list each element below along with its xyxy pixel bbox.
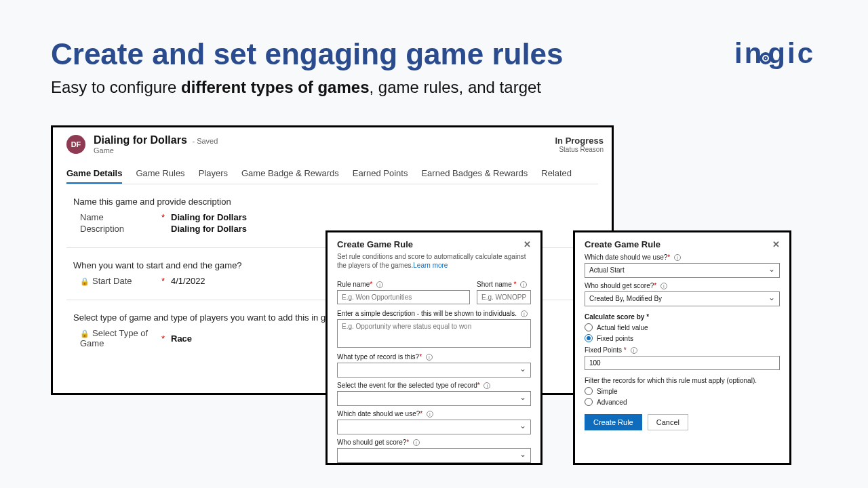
dialog-description: Set rule conditions and score to automat… xyxy=(337,252,531,270)
fixed-points-input[interactable] xyxy=(585,356,780,370)
info-icon[interactable]: i xyxy=(660,283,667,289)
slide-subtitle: Easy to configure different types of gam… xyxy=(51,78,541,97)
status-value: In Progress xyxy=(555,136,604,146)
cancel-button[interactable]: Cancel xyxy=(648,414,688,430)
tab-badge-rewards[interactable]: Game Badge & Rewards xyxy=(241,164,339,184)
label-calc-by: Calculate score by xyxy=(585,313,646,321)
info-icon[interactable]: i xyxy=(426,354,433,361)
score-who-select[interactable]: Created By, Modified By xyxy=(585,291,780,306)
label-filter: Filter the records for which this rule m… xyxy=(585,377,780,384)
label-score: Who should get score? xyxy=(337,439,406,446)
radio-simple[interactable]: Simple xyxy=(585,387,780,395)
record-title: Dialing for Dollars xyxy=(94,134,187,146)
value-name[interactable]: Dialing for Dollars xyxy=(171,212,598,222)
label-date: Which date should we use? xyxy=(337,410,420,418)
date-select[interactable] xyxy=(337,420,531,434)
tab-earned-badges[interactable]: Earned Badges & Rewards xyxy=(421,164,528,184)
label-start-date: 🔒Start Date xyxy=(80,276,161,286)
tab-game-details[interactable]: Game Details xyxy=(66,164,122,184)
radio-actual-value[interactable]: Actual field value xyxy=(585,323,780,331)
create-rule-dialog-2: Create Game Rule ✕ Which date should we … xyxy=(573,230,791,465)
label-record-type: What type of record is this? xyxy=(337,353,419,361)
dialog-title: Create Game Rule xyxy=(337,239,413,249)
label-date-use: Which date should we use? xyxy=(585,253,667,261)
required-icon: * xyxy=(161,212,171,222)
tab-bar: Game Details Game Rules Players Game Bad… xyxy=(66,164,598,184)
info-icon[interactable]: i xyxy=(413,439,420,446)
tab-related[interactable]: Related xyxy=(541,164,572,184)
label-short-name: Short name xyxy=(477,281,513,288)
info-icon[interactable]: i xyxy=(521,310,528,317)
tab-players[interactable]: Players xyxy=(199,164,228,184)
info-icon[interactable]: i xyxy=(631,347,637,354)
create-rule-button[interactable]: Create Rule xyxy=(585,414,642,430)
required-icon: * xyxy=(161,333,171,344)
lock-icon: 🔒 xyxy=(80,277,90,285)
short-name-input[interactable] xyxy=(477,290,531,304)
tab-earned-points[interactable]: Earned Points xyxy=(353,164,408,184)
radio-fixed-points[interactable]: Fixed points xyxy=(585,334,780,342)
brand-logo: ingic xyxy=(734,37,815,70)
dialog-title: Create Game Rule xyxy=(585,239,660,249)
info-icon[interactable]: i xyxy=(427,411,433,418)
label-rule-name: Rule name xyxy=(337,281,370,288)
label-game-type: 🔒Select Type of Game xyxy=(80,328,161,348)
info-icon[interactable]: i xyxy=(674,254,681,261)
learn-more-link[interactable]: Learn more xyxy=(413,262,448,269)
close-icon[interactable]: ✕ xyxy=(772,239,780,249)
info-icon[interactable]: i xyxy=(520,281,527,288)
info-icon[interactable]: i xyxy=(484,382,490,389)
label-description: Description xyxy=(80,224,161,234)
label-rule-desc: Enter a simple description - this will b… xyxy=(337,310,517,317)
close-icon[interactable]: ✕ xyxy=(524,239,531,249)
date-use-select[interactable]: Actual Start xyxy=(585,263,780,278)
lock-icon: 🔒 xyxy=(80,329,90,338)
tab-game-rules[interactable]: Game Rules xyxy=(136,164,184,184)
event-select[interactable] xyxy=(337,391,531,406)
record-avatar: DF xyxy=(66,135,85,154)
slide-title: Create and set engaging game rules xyxy=(51,37,564,71)
status-label: Status Reason xyxy=(555,146,604,153)
entity-name: Game xyxy=(94,146,218,155)
save-state: - Saved xyxy=(192,137,218,145)
rule-desc-input[interactable] xyxy=(337,319,531,348)
required-icon: * xyxy=(161,276,171,286)
create-rule-dialog-1: Create Game Rule ✕ Set rule conditions a… xyxy=(326,230,542,465)
label-fixed-points: Fixed Points xyxy=(585,346,624,354)
rule-name-input[interactable] xyxy=(337,290,470,304)
section-name-desc: Name this game and provide description xyxy=(73,197,598,207)
label-score-who: Who should get score? xyxy=(585,282,654,289)
label-event: Select the event for the selected type o… xyxy=(337,382,477,389)
label-name: Name xyxy=(80,212,161,222)
info-icon[interactable]: i xyxy=(376,281,383,288)
radio-advanced[interactable]: Advanced xyxy=(585,398,780,406)
score-select[interactable] xyxy=(337,448,531,463)
record-type-select[interactable] xyxy=(337,363,531,378)
